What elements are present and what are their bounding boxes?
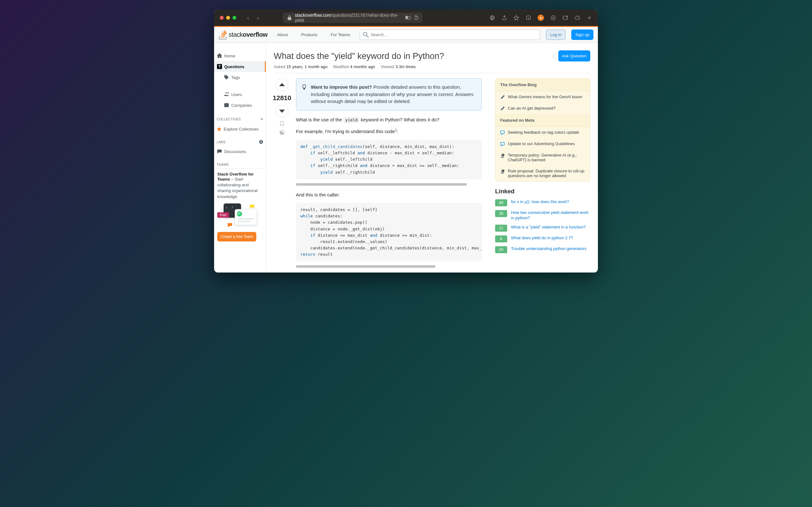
- gear-icon[interactable]: [490, 15, 495, 20]
- vote-column: 12810: [274, 78, 290, 273]
- linked-item: 89 for x in y(): how does this work?: [495, 199, 590, 206]
- teams-header: TEAMS: [214, 157, 266, 168]
- vote-count: 12810: [273, 94, 291, 102]
- translate-icon[interactable]: [405, 15, 411, 20]
- url-bar[interactable]: stackoverflow.com/questions/231767/what-…: [283, 13, 422, 23]
- modified-label: Modified: [334, 64, 349, 69]
- svg-rect-8: [501, 142, 504, 145]
- info-small-icon[interactable]: [259, 140, 263, 144]
- collectives-header: COLLECTIVES +: [214, 111, 266, 124]
- cloud-icon[interactable]: [574, 15, 580, 20]
- home-icon: [217, 53, 222, 59]
- linked-link[interactable]: for x in y(): how does this work?: [511, 199, 569, 205]
- linked-score: 8: [495, 235, 507, 242]
- main-content: What does the "yield" keyword do in Pyth…: [266, 43, 598, 273]
- stack-small-icon: [500, 153, 505, 158]
- pencil-icon: [500, 107, 505, 111]
- labs-header: LABS: [214, 134, 266, 146]
- viewed-label: Viewed: [380, 64, 394, 69]
- linked-item: 21 What is a "yield" statement in a func…: [495, 225, 590, 232]
- history-icon[interactable]: [279, 130, 285, 135]
- stackoverflow-logo[interactable]: stackoverflow: [218, 30, 267, 40]
- post-body: Want to improve this post? Provide detai…: [296, 78, 482, 273]
- linked-link[interactable]: What does yield do in python 2.7?: [511, 235, 573, 241]
- logo-text: stackoverflow: [229, 31, 267, 38]
- sidebar-discussions[interactable]: Discussions: [214, 146, 266, 157]
- question-row: 12810 Want to improve this post? Provide…: [274, 78, 590, 273]
- blog-item[interactable]: What Gemini means for the GenAI boom: [496, 91, 590, 103]
- bookmark-icon[interactable]: [279, 121, 285, 126]
- teams-promo: Stack Overflow for Teams – Start collabo…: [214, 168, 266, 245]
- code1-scrollbar[interactable]: [296, 183, 467, 186]
- linked-score: 21: [495, 225, 507, 232]
- code2-scrollbar[interactable]: [296, 265, 436, 268]
- browser-chrome: ‹ › stackoverflow.com/questions/231767/w…: [214, 9, 598, 26]
- nav-for-teams[interactable]: For Teams: [327, 31, 354, 39]
- star-icon[interactable]: [513, 15, 519, 20]
- nav-about[interactable]: About: [273, 31, 292, 39]
- speech-icon: [500, 142, 505, 147]
- sidebar-companies[interactable]: Companies: [214, 100, 266, 111]
- sidebar-tags[interactable]: Tags: [214, 72, 266, 83]
- overflow-blog-panel: The Overflow Blog What Gemini means for …: [495, 78, 590, 181]
- code-block-1: def _get_child_candidates(self, distance…: [296, 140, 482, 179]
- linked-link[interactable]: What is a "yield" statement in a functio…: [511, 225, 586, 230]
- edit-icon[interactable]: [562, 15, 568, 20]
- close-window-button[interactable]: [220, 16, 223, 20]
- login-button[interactable]: Log in: [546, 30, 565, 40]
- asked-value: 15 years, 1 month ago: [287, 64, 327, 69]
- lock-icon: [287, 15, 292, 20]
- chrome-toolbar-icons: ●: [490, 14, 592, 21]
- forward-button[interactable]: ›: [254, 14, 262, 21]
- sidebar-explore-collectives[interactable]: Explore Collectives: [214, 124, 266, 134]
- plus-icon[interactable]: [587, 15, 592, 20]
- browser-window: ‹ › stackoverflow.com/questions/231767/w…: [214, 9, 598, 273]
- question-header: What does the "yield" keyword do in Pyth…: [274, 50, 590, 62]
- code-block-2: result, candidates = [], [self] while ca…: [296, 203, 482, 262]
- meta-item[interactable]: Temporary policy: Generative AI (e.g., C…: [496, 150, 590, 165]
- users-icon: [223, 92, 229, 97]
- right-sidebar: The Overflow Blog What Gemini means for …: [495, 78, 590, 273]
- signup-button[interactable]: Sign up: [571, 30, 594, 40]
- search-box[interactable]: [360, 30, 541, 40]
- profile-avatar-icon[interactable]: ●: [538, 14, 544, 21]
- maximize-window-button[interactable]: [233, 16, 236, 20]
- pencil-icon: [500, 95, 505, 100]
- blog-header: The Overflow Blog: [496, 78, 590, 91]
- add-collective-icon[interactable]: +: [260, 116, 263, 122]
- meta-item[interactable]: Seeking feedback on tag colors update: [496, 127, 590, 138]
- url-domain: stackoverflow.com: [295, 13, 331, 18]
- reload-icon[interactable]: [414, 15, 419, 20]
- meta-item[interactable]: Update to our Advertising Guidelines: [496, 138, 590, 150]
- linked-item: 20 Trouble understanding python generato…: [495, 246, 590, 253]
- linked-item: 8 What does yield do in python 2.7?: [495, 235, 590, 242]
- meta-item[interactable]: Rule proposal: Duplicate closure to roll…: [496, 165, 590, 181]
- linked-link[interactable]: How two consecutive yield statement work…: [511, 210, 590, 221]
- improve-banner: Want to improve this post? Provide detai…: [296, 78, 482, 111]
- minimize-window-button[interactable]: [226, 16, 230, 20]
- upvote-button[interactable]: [275, 78, 288, 91]
- questions-icon: [217, 64, 222, 69]
- create-team-button[interactable]: Create a free Team: [217, 232, 256, 241]
- inline-code-yield: yield: [343, 117, 359, 123]
- blog-item[interactable]: Can an AI get depressed?: [496, 103, 590, 114]
- briefcase-icon: [223, 102, 229, 108]
- asked-label: Asked: [274, 64, 285, 69]
- share-icon[interactable]: [502, 15, 507, 20]
- back-button[interactable]: ‹: [245, 14, 252, 21]
- downvote-button[interactable]: [275, 105, 288, 118]
- meta-header: Featured on Meta: [496, 114, 590, 127]
- svg-rect-7: [501, 131, 504, 134]
- search-input[interactable]: [371, 32, 537, 37]
- linked-link[interactable]: Trouble understanding python generators: [511, 246, 587, 251]
- sidebar-home[interactable]: Home: [214, 50, 266, 61]
- info-icon[interactable]: [525, 15, 531, 20]
- body-p3: And this is the caller:: [296, 191, 482, 199]
- sidebar-users[interactable]: Users: [214, 89, 266, 100]
- linked-header: Linked: [495, 188, 590, 195]
- tag-icon: [223, 74, 229, 80]
- nav-products[interactable]: Products: [297, 31, 321, 39]
- download-icon[interactable]: [550, 15, 556, 20]
- ask-question-button[interactable]: Ask Question: [558, 50, 590, 61]
- sidebar-questions[interactable]: Questions: [214, 61, 266, 72]
